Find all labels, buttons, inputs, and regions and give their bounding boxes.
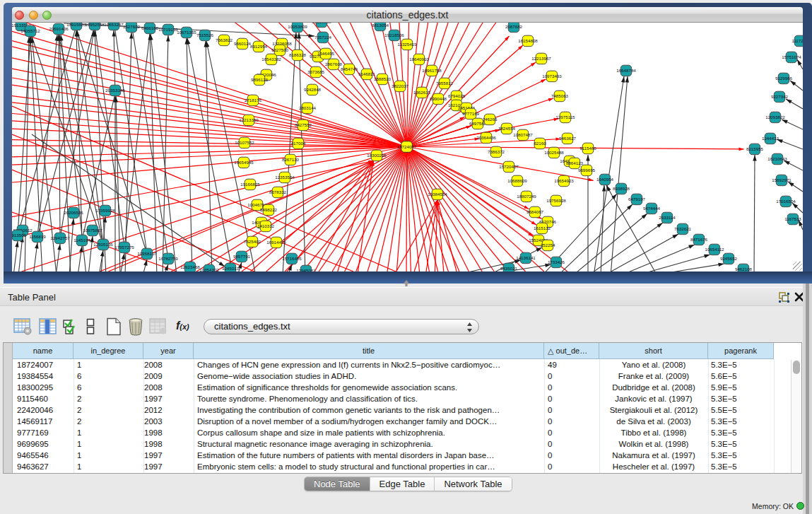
svg-text:7663822: 7663822 [216,37,233,42]
svg-text:3913509: 3913509 [12,233,27,238]
svg-text:8678332: 8678332 [269,189,287,194]
svg-text:15751074: 15751074 [782,54,801,59]
svg-text:10973493: 10973493 [542,74,562,78]
svg-text:1167533: 1167533 [784,216,801,221]
svg-text:19654923: 19654923 [554,178,574,183]
svg-text:1588520: 1588520 [374,76,392,81]
svg-text:1640954: 1640954 [596,177,614,182]
svg-text:5498222: 5498222 [260,207,278,212]
svg-text:12975115: 12975115 [555,115,575,119]
svg-text:9327500: 9327500 [271,47,289,52]
svg-text:1410332: 1410332 [257,223,275,228]
svg-text:16159368: 16159368 [312,23,331,24]
svg-text:10025488: 10025488 [544,150,564,155]
svg-text:15692971: 15692971 [772,177,792,182]
svg-text:16648784: 16648784 [616,68,636,73]
svg-text:7625402: 7625402 [244,239,261,244]
svg-text:12923468: 12923468 [180,264,200,269]
svg-text:10354302: 10354302 [199,267,219,271]
svg-text:20364436: 20364436 [476,135,496,140]
svg-text:9896123: 9896123 [251,77,269,82]
svg-text:746266: 746266 [483,117,498,122]
svg-text:8186328: 8186328 [289,52,307,57]
svg-text:252254: 252254 [541,243,555,247]
svg-text:11325419: 11325419 [397,42,417,47]
svg-text:16154808: 16154808 [518,38,538,43]
svg-text:10053809: 10053809 [288,24,307,29]
svg-text:6479197: 6479197 [628,197,646,201]
svg-text:17957275: 17957275 [114,245,134,250]
svg-text:10654112: 10654112 [705,247,724,252]
svg-text:18915683: 18915683 [66,23,86,27]
svg-text:1733426: 1733426 [548,259,565,264]
svg-text:8454749: 8454749 [341,66,358,71]
svg-text:7955812: 7955812 [436,81,454,86]
svg-text:18724007: 18724007 [397,144,417,149]
svg-text:3824554: 3824554 [498,126,516,131]
svg-text:19384554: 19384554 [428,192,447,197]
svg-text:10653267: 10653267 [104,23,124,27]
svg-text:2718176: 2718176 [245,98,262,103]
svg-text:12942757: 12942757 [50,235,70,240]
svg-text:9242848: 9242848 [304,87,322,92]
svg-text:62160: 62160 [534,141,546,146]
svg-text:10688609: 10688609 [507,178,527,183]
svg-text:9245652: 9245652 [720,256,738,261]
svg-text:9227342: 9227342 [771,94,789,99]
svg-text:3822037: 3822037 [392,83,409,88]
svg-text:8215955: 8215955 [746,146,764,151]
svg-text:19166825: 19166825 [240,182,260,187]
svg-text:9462108: 9462108 [735,267,753,271]
svg-text:1117297: 1117297 [792,38,803,43]
svg-text:9474444: 9474444 [643,206,661,211]
svg-text:10719155: 10719155 [158,27,178,32]
svg-text:12213967: 12213967 [531,56,551,61]
svg-text:19654945: 19654945 [234,160,254,165]
svg-text:18300295: 18300295 [367,153,387,158]
svg-text:15720407: 15720407 [499,164,519,169]
svg-text:1527602: 1527602 [123,24,141,29]
svg-text:20353346: 20353346 [105,88,125,93]
svg-text:1244413: 1244413 [762,136,779,141]
svg-text:8938928: 8938928 [613,186,630,191]
svg-text:12945061: 12945061 [296,268,316,271]
svg-text:3673685: 3673685 [307,69,325,74]
svg-text:9660124: 9660124 [234,41,252,46]
svg-text:12093822: 12093822 [765,115,785,119]
svg-text:16782759: 16782759 [158,256,178,261]
svg-text:8427552: 8427552 [295,122,312,127]
svg-text:1615132: 1615132 [534,226,551,230]
svg-text:19218506: 19218506 [384,33,404,37]
svg-text:8267130: 8267130 [282,157,300,162]
svg-text:9245013: 9245013 [222,266,240,271]
svg-text:10807487: 10807487 [513,132,533,137]
svg-text:15716485: 15716485 [282,256,302,261]
svg-text:16914479: 16914479 [266,240,286,245]
svg-text:9129966: 9129966 [775,76,793,81]
svg-text:9463627: 9463627 [559,136,577,141]
svg-text:9857791: 9857791 [233,254,251,259]
svg-text:10961758: 10961758 [422,68,442,73]
svg-text:1156819: 1156819 [29,234,46,239]
svg-text:9699695: 9699695 [578,168,596,173]
svg-text:1145194: 1145194 [73,238,90,243]
svg-text:10952558: 10952558 [85,23,105,27]
svg-text:1362615: 1362615 [413,90,431,95]
svg-text:10958107: 10958107 [137,251,157,256]
svg-text:17359928: 17359928 [95,208,115,213]
svg-text:7515526: 7515526 [196,33,214,37]
svg-text:19756928: 19756928 [546,198,566,203]
svg-text:2803144: 2803144 [299,105,317,110]
svg-text:9435021: 9435021 [500,266,518,271]
svg-text:9684067: 9684067 [526,209,544,214]
svg-text:14136141: 14136141 [516,255,536,260]
svg-text:18640910: 18640910 [409,57,429,62]
svg-text:7632621: 7632621 [674,226,692,231]
svg-text:12505135: 12505135 [93,242,113,247]
svg-text:17016504: 17016504 [776,199,796,204]
svg-text:8990448: 8990448 [430,96,447,101]
svg-text:7357224: 7357224 [314,35,332,40]
svg-text:7386372: 7386372 [488,149,505,154]
svg-text:10975867: 10975867 [83,228,102,233]
svg-text:14055712: 14055712 [20,28,40,33]
